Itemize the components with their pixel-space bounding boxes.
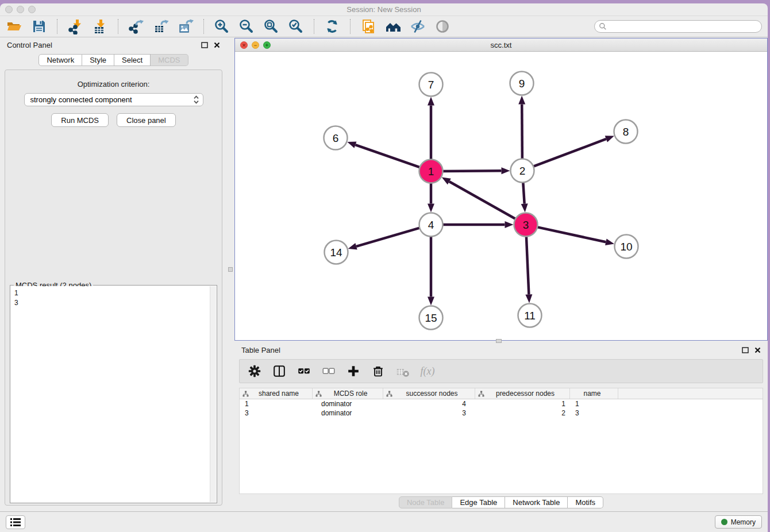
first-neighbors-button[interactable] [384, 18, 402, 35]
graph-node-11[interactable]: 11 [518, 304, 542, 327]
import-network-button[interactable] [67, 18, 84, 35]
table-cell[interactable]: 1 [570, 399, 618, 408]
table-cell[interactable]: 3 [570, 408, 618, 418]
graph-edge-3-11[interactable] [525, 235, 532, 303]
hide-selected-button[interactable] [409, 18, 426, 35]
graph-node-8[interactable]: 8 [614, 120, 638, 144]
graph-edge-3-1[interactable] [442, 178, 517, 219]
column-header-predecessor-nodes[interactable]: predecessor nodes [475, 388, 570, 399]
graph-node-10[interactable]: 10 [615, 235, 638, 259]
float-panel-icon[interactable] [201, 42, 208, 48]
run-mcds-button[interactable]: Run MCDS [51, 113, 109, 127]
graph-edge-4-14[interactable] [348, 228, 421, 249]
function-builder-button[interactable]: f(x) [419, 363, 436, 379]
toolbar-separator [57, 19, 57, 34]
graph-node-1[interactable]: 1 [419, 160, 443, 183]
zoom-selected-button[interactable] [287, 18, 305, 35]
graph-edge-1-2[interactable] [441, 167, 510, 174]
tab-motifs[interactable]: Motifs [568, 496, 603, 508]
table-cell[interactable]: 1 [240, 399, 313, 408]
node-table[interactable]: shared nameMCDS rolesuccessor nodesprede… [239, 388, 763, 494]
tab-node-table[interactable]: Node Table [399, 496, 453, 508]
export-network-button[interactable] [128, 18, 145, 35]
search-input[interactable] [594, 20, 762, 33]
graph-node-7[interactable]: 7 [419, 73, 443, 97]
graph-node-4[interactable]: 4 [419, 213, 443, 237]
splitter-grip[interactable] [496, 339, 502, 343]
table-settings-button[interactable] [247, 363, 263, 379]
edge-arrowhead [605, 136, 614, 142]
task-history-button[interactable] [6, 515, 25, 529]
close-panel-icon[interactable] [754, 347, 761, 353]
deselect-all-columns-button[interactable] [321, 363, 337, 379]
network-close-button[interactable]: ✕ [240, 41, 248, 49]
show-all-button[interactable] [434, 18, 451, 35]
memory-button[interactable]: Memory [715, 515, 762, 529]
export-table-button[interactable] [152, 18, 170, 35]
close-window-button[interactable] [5, 6, 13, 13]
select-all-columns-button[interactable] [296, 363, 312, 379]
graph-node-14[interactable]: 14 [325, 241, 348, 264]
graph-node-2[interactable]: 2 [511, 159, 534, 183]
table-cell[interactable]: dominator [313, 399, 383, 408]
delete-table-button[interactable] [395, 363, 411, 379]
graph-edge-2-8[interactable] [532, 136, 614, 167]
table-row[interactable]: 1dominator411 [240, 399, 763, 408]
export-image-button[interactable] [177, 18, 194, 35]
graph-node-15[interactable]: 15 [419, 306, 443, 330]
column-header-name[interactable]: name [570, 388, 618, 399]
column-header-MCDS-role[interactable]: MCDS role [313, 388, 383, 399]
save-session-button[interactable] [30, 18, 48, 35]
graph-edge-2-9[interactable] [518, 95, 525, 160]
zoom-fit-button[interactable] [263, 18, 280, 35]
node-label: 6 [333, 132, 339, 144]
add-column-button[interactable] [345, 363, 361, 379]
horizontal-splitter[interactable] [234, 341, 768, 342]
tab-network-table[interactable]: Network Table [505, 496, 568, 508]
graph-node-3[interactable]: 3 [514, 213, 538, 237]
vertical-splitter[interactable] [227, 37, 234, 511]
splitter-grip[interactable] [228, 267, 233, 272]
column-header-shared-name[interactable]: shared name [240, 388, 313, 399]
table-row[interactable]: 3dominator323 [240, 408, 763, 418]
graph-edge-4-15[interactable] [428, 236, 434, 306]
tab-edge-table[interactable]: Edge Table [452, 496, 505, 508]
table-cell[interactable]: 3 [383, 408, 475, 418]
graph-edge-1-7[interactable] [428, 97, 434, 161]
mcds-result-scrollbar[interactable] [210, 286, 216, 502]
table-cell[interactable]: 2 [475, 408, 570, 418]
column-header-successor-nodes[interactable]: successor nodes [383, 388, 475, 399]
zoom-out-button[interactable] [238, 18, 255, 35]
delete-column-button[interactable] [370, 363, 386, 379]
graph-node-6[interactable]: 6 [324, 126, 348, 150]
table-cell[interactable]: 4 [383, 399, 475, 408]
zoom-window-button[interactable] [28, 6, 36, 13]
tab-style[interactable]: Style [82, 54, 114, 66]
table-cell[interactable]: 1 [475, 399, 570, 408]
column-layout-button[interactable] [271, 363, 287, 379]
tab-mcds[interactable]: MCDS [151, 54, 188, 66]
optimization-criterion-select[interactable]: strongly connected component [24, 93, 203, 106]
graph-edge-3-10[interactable] [536, 227, 614, 245]
import-table-button[interactable] [91, 18, 109, 35]
network-minimize-button[interactable]: − [252, 41, 259, 49]
tab-network[interactable]: Network [38, 54, 82, 66]
minimize-window-button[interactable] [17, 6, 24, 13]
graph-edge-2-3[interactable] [521, 181, 528, 212]
apply-layout-button[interactable] [324, 18, 341, 35]
graph-edge-4-3[interactable] [442, 221, 514, 228]
zoom-in-button[interactable] [213, 18, 230, 35]
graph-edge-1-6[interactable] [347, 141, 421, 168]
close-panel-button[interactable]: Close panel [117, 113, 176, 127]
table-cell[interactable]: 3 [240, 408, 313, 418]
graph-edge-1-4[interactable] [428, 182, 434, 213]
table-cell[interactable]: dominator [313, 408, 383, 418]
network-canvas[interactable]: 7968124314101511 [235, 52, 767, 340]
open-session-button[interactable] [6, 18, 23, 35]
new-network-from-selection-button[interactable] [360, 18, 377, 35]
graph-node-9[interactable]: 9 [510, 72, 534, 95]
close-panel-icon[interactable] [214, 42, 220, 48]
float-panel-icon[interactable] [742, 347, 749, 353]
tab-select[interactable]: Select [114, 54, 151, 66]
network-maximize-button[interactable]: + [263, 41, 271, 49]
